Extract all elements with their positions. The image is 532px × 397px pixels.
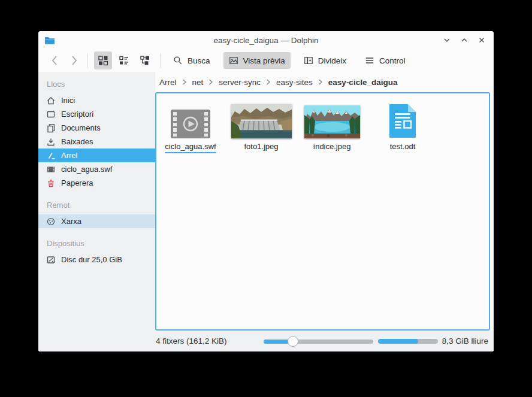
sidebar-item-inici[interactable]: Inici xyxy=(38,93,155,107)
breadcrumb: Arrel net server-sync easy-sites xyxy=(155,72,494,92)
breadcrumb-item-net[interactable]: net xyxy=(192,78,204,87)
tree-view-button[interactable] xyxy=(136,51,154,69)
odt-document-icon xyxy=(388,101,417,138)
breadcrumb-item-arrel[interactable]: Arrel xyxy=(159,78,177,87)
back-button[interactable] xyxy=(47,53,62,68)
file-item-foto1[interactable]: foto1.jpeg xyxy=(228,101,295,151)
disk-capacity-bar xyxy=(378,339,438,344)
sidebar-item-label: Documents xyxy=(61,123,101,132)
titlebar[interactable]: easy-cicle_daigua — Dolphin xyxy=(38,31,494,49)
home-icon xyxy=(46,96,56,105)
sidebar-item-label: Escriptori xyxy=(61,110,93,119)
film-icon xyxy=(46,165,56,174)
main-pane: Arrel net server-sync easy-sites xyxy=(155,72,494,351)
toolbar: Busca Vista prèvia xyxy=(38,49,494,72)
preview-label: Vista prèvia xyxy=(243,56,285,65)
preview-icon xyxy=(229,56,238,65)
search-icon xyxy=(173,56,183,65)
file-name: índice.jpeg xyxy=(313,143,351,151)
image-thumbnail-lake xyxy=(304,101,360,138)
sidebar-item-label: Paperera xyxy=(61,178,93,187)
window-content: Llocs Inici Escriptori xyxy=(38,72,494,351)
hamburger-menu-icon xyxy=(365,56,374,65)
view-mode-group xyxy=(94,51,154,69)
desktop-background: easy-cicle_daigua — Dolphin xyxy=(0,0,532,397)
split-button[interactable]: Divideix xyxy=(298,52,352,69)
network-icon xyxy=(46,217,56,226)
sidebar-item-label: Inici xyxy=(61,96,75,105)
download-icon xyxy=(46,137,56,147)
file-item-test-odt[interactable]: test.odt xyxy=(369,101,436,151)
breadcrumb-item-server-sync[interactable]: server-sync xyxy=(219,78,261,87)
root-icon xyxy=(46,151,56,160)
window-controls xyxy=(443,36,494,44)
sidebar-item-xarxa[interactable]: Xarxa xyxy=(38,214,155,228)
sidebar-item-ciclo-agua[interactable]: ciclo_agua.swf xyxy=(38,162,155,176)
harddisk-icon xyxy=(46,255,56,265)
breadcrumb-separator-icon xyxy=(266,78,271,86)
details-view-button[interactable] xyxy=(115,51,133,69)
sidebar-item-label: Disc dur 25,0 GiB xyxy=(61,255,122,264)
breadcrumb-item-easy-sites[interactable]: easy-sites xyxy=(276,78,313,87)
folder-view[interactable]: ciclo_agua.swf xyxy=(155,92,490,331)
toolbar-separator xyxy=(87,53,88,68)
close-button[interactable] xyxy=(477,36,486,44)
split-label: Divideix xyxy=(318,56,346,65)
dolphin-window: easy-cicle_daigua — Dolphin xyxy=(38,31,494,351)
sidebar-item-label: ciclo_agua.swf xyxy=(61,165,112,174)
sidebar-item-arrel[interactable]: Arrel xyxy=(38,149,155,162)
statusbar: 4 fitxers (161,2 KiB) 8,3 GiB lliure xyxy=(155,331,494,351)
search-label: Busca xyxy=(188,56,210,65)
free-space-label: 8,3 GiB lliure xyxy=(442,337,488,346)
breadcrumb-separator-icon xyxy=(208,78,213,86)
flash-video-icon xyxy=(171,101,210,138)
disk-capacity-fill xyxy=(378,339,418,344)
minimize-button[interactable] xyxy=(443,36,451,44)
desktop-icon xyxy=(46,110,56,119)
file-name: ciclo_agua.swf xyxy=(165,143,216,153)
documents-icon xyxy=(46,123,56,133)
file-name: test.odt xyxy=(390,143,416,151)
sidebar-item-escriptori[interactable]: Escriptori xyxy=(38,107,155,121)
folder-app-icon xyxy=(44,36,55,45)
places-section-title: Llocs xyxy=(38,73,155,93)
sidebar-item-label: Arrel xyxy=(61,151,77,160)
devices-section-title: Dispositius xyxy=(38,228,155,253)
file-item-indice[interactable]: índice.jpeg xyxy=(298,101,365,151)
control-label: Control xyxy=(379,56,406,65)
search-button[interactable]: Busca xyxy=(168,52,216,69)
breadcrumb-separator-icon xyxy=(318,78,323,86)
remote-section-title: Remot xyxy=(38,190,155,214)
forward-button[interactable] xyxy=(66,53,81,68)
zoom-slider[interactable] xyxy=(264,336,373,347)
control-menu-button[interactable]: Control xyxy=(359,52,411,69)
split-view-icon xyxy=(304,56,313,65)
image-thumbnail-dam xyxy=(231,101,292,138)
icons-view-button[interactable] xyxy=(94,51,112,69)
file-name: foto1.jpeg xyxy=(244,143,278,151)
trash-icon xyxy=(46,178,56,188)
sidebar-item-documents[interactable]: Documents xyxy=(38,121,155,135)
sidebar-item-paperera[interactable]: Paperera xyxy=(38,176,155,190)
sidebar-item-baixades[interactable]: Baixades xyxy=(38,135,155,149)
items-summary: 4 fitxers (161,2 KiB) xyxy=(156,337,227,346)
preview-toggle-button[interactable]: Vista prèvia xyxy=(223,52,291,69)
sidebar-item-label: Baixades xyxy=(61,137,93,146)
maximize-button[interactable] xyxy=(460,36,468,44)
sidebar-item-disc-dur[interactable]: Disc dur 25,0 GiB xyxy=(38,253,155,266)
file-item-ciclo-agua[interactable]: ciclo_agua.swf xyxy=(157,101,224,153)
breadcrumb-item-current[interactable]: easy-cicle_daigua xyxy=(328,78,398,87)
window-title: easy-cicle_daigua — Dolphin xyxy=(38,36,494,45)
sidebar-item-label: Xarxa xyxy=(61,217,81,226)
toolbar-separator xyxy=(160,53,161,68)
breadcrumb-separator-icon xyxy=(182,78,187,86)
zoom-slider-handle[interactable] xyxy=(288,336,298,347)
places-panel: Llocs Inici Escriptori xyxy=(38,72,155,351)
